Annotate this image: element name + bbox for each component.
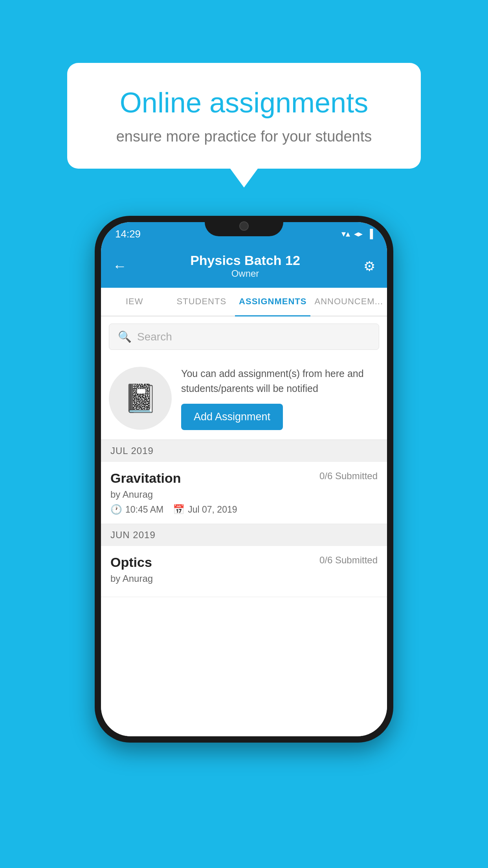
phone-screen: 14:29 ▾▴ ◂▸ ▐ ← Physics Batch 12 Owner ⚙… <box>101 222 387 736</box>
notebook-icon: 📓 <box>123 382 158 414</box>
speech-bubble-container: Online assignments ensure more practice … <box>67 63 421 169</box>
promo-description: You can add assignment(s) from here and … <box>181 366 379 396</box>
assignment-item-gravitation[interactable]: Gravitation 0/6 Submitted by Anurag 🕐 10… <box>101 462 387 524</box>
header-subtitle: Owner <box>190 268 300 279</box>
header-title: Physics Batch 12 <box>190 253 300 268</box>
tab-announcements[interactable]: ANNOUNCEM... <box>310 288 387 316</box>
assignment-submitted-optics: 0/6 Submitted <box>319 555 378 566</box>
promo-icon-circle: 📓 <box>109 367 172 430</box>
assignment-meta-gravitation: 🕐 10:45 AM 📅 Jul 07, 2019 <box>110 504 378 515</box>
speech-bubble-title: Online assignments <box>95 86 393 119</box>
add-assignment-button[interactable]: Add Assignment <box>181 404 283 430</box>
assignment-author-optics: by Anurag <box>110 573 378 584</box>
phone-wrapper: 14:29 ▾▴ ◂▸ ▐ ← Physics Batch 12 Owner ⚙… <box>95 216 393 743</box>
assignment-item-optics[interactable]: Optics 0/6 Submitted by Anurag <box>101 546 387 597</box>
assignment-time: 10:45 AM <box>125 504 163 515</box>
meta-time: 🕐 10:45 AM <box>110 504 163 515</box>
assignment-top-row: Gravitation 0/6 Submitted <box>110 471 378 486</box>
assignment-name-optics: Optics <box>110 555 152 570</box>
search-container: 🔍 Search <box>101 316 387 357</box>
phone-camera <box>239 221 249 231</box>
signal-icon: ◂▸ <box>354 229 363 239</box>
settings-icon[interactable]: ⚙ <box>363 258 375 274</box>
promo-section: 📓 You can add assignment(s) from here an… <box>101 357 387 440</box>
tab-assignments[interactable]: ASSIGNMENTS <box>235 288 310 316</box>
phone-notch <box>205 216 283 236</box>
tab-iew[interactable]: IEW <box>101 288 168 316</box>
assignment-top-row-optics: Optics 0/6 Submitted <box>110 555 378 570</box>
app-header: ← Physics Batch 12 Owner ⚙ <box>101 246 387 288</box>
search-icon: 🔍 <box>118 330 132 343</box>
speech-bubble-subtitle: ensure more practice for your students <box>95 128 393 145</box>
speech-bubble: Online assignments ensure more practice … <box>67 63 421 169</box>
assignment-name-gravitation: Gravitation <box>110 471 181 486</box>
wifi-icon: ▾▴ <box>341 229 350 239</box>
section-header-jun: JUN 2019 <box>101 524 387 546</box>
search-placeholder: Search <box>137 331 172 343</box>
tabs-bar: IEW STUDENTS ASSIGNMENTS ANNOUNCEM... <box>101 288 387 316</box>
search-box[interactable]: 🔍 Search <box>109 324 379 350</box>
meta-date: 📅 Jul 07, 2019 <box>173 504 237 515</box>
assignment-author-gravitation: by Anurag <box>110 489 378 500</box>
section-header-jul: JUL 2019 <box>101 440 387 462</box>
clock-icon: 🕐 <box>110 504 122 515</box>
tab-students[interactable]: STUDENTS <box>168 288 235 316</box>
assignment-date: Jul 07, 2019 <box>188 504 237 515</box>
content-area: 📓 You can add assignment(s) from here an… <box>101 357 387 736</box>
phone-outer: 14:29 ▾▴ ◂▸ ▐ ← Physics Batch 12 Owner ⚙… <box>95 216 393 743</box>
calendar-icon: 📅 <box>173 504 185 515</box>
battery-icon: ▐ <box>367 229 373 239</box>
assignment-submitted-gravitation: 0/6 Submitted <box>319 471 378 482</box>
header-center: Physics Batch 12 Owner <box>190 253 300 279</box>
status-icons: ▾▴ ◂▸ ▐ <box>341 229 373 239</box>
back-button[interactable]: ← <box>113 258 127 274</box>
promo-text-area: You can add assignment(s) from here and … <box>181 366 379 430</box>
